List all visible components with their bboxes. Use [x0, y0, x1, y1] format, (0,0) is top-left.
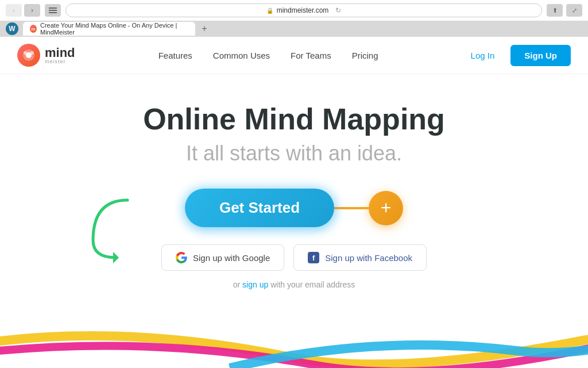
svg-rect-2 [49, 12, 57, 13]
nav-common-uses[interactable]: Common Uses [213, 51, 270, 60]
reload-icon[interactable]: ↻ [335, 6, 341, 14]
logo-main-text: mind [45, 47, 75, 59]
new-tab-button[interactable]: + [199, 23, 210, 34]
main-nav: mind meister Features Common Uses For Te… [0, 37, 588, 74]
google-icon [176, 252, 187, 263]
nav-features[interactable]: Features [158, 51, 192, 60]
cta-button-wrapper: Get Started [185, 189, 334, 227]
tab-favicon: m [30, 25, 37, 33]
signup-button[interactable]: Sign Up [510, 45, 571, 66]
logo-text: mind meister [45, 47, 75, 64]
nav-links: Features Common Uses For Teams Pricing [158, 51, 378, 60]
arrow-decoration [82, 194, 173, 266]
logo: mind meister [17, 44, 75, 67]
cta-plus-icon: + [369, 191, 403, 225]
logo-sub-text: meister [45, 59, 75, 64]
svg-rect-1 [49, 10, 57, 11]
browser-chrome: ‹ › 🔒 mindmeister.com ↻ ⬆ ⤢ W m Create Y… [0, 0, 588, 37]
facebook-signup-button[interactable]: f Sign up with Facebook [293, 244, 427, 271]
fullscreen-button[interactable]: ⤢ [566, 4, 582, 17]
share-button[interactable]: ⬆ [547, 4, 563, 17]
hero-title: Online Mind Mapping [143, 103, 445, 136]
address-bar[interactable]: 🔒 mindmeister.com ↻ [65, 3, 542, 17]
lock-icon: 🔒 [266, 7, 273, 14]
nav-actions: Log In Sign Up [462, 45, 571, 66]
get-started-button[interactable]: Get Started [185, 189, 334, 227]
nav-for-teams[interactable]: For Teams [291, 51, 331, 60]
cta-area: Get Started + [185, 189, 403, 227]
email-signup-link[interactable]: sign up [242, 280, 268, 289]
hero-subtitle: It all starts with an idea. [186, 141, 402, 166]
browser-action-buttons: ⬆ ⤢ [547, 4, 582, 17]
facebook-icon: f [308, 252, 319, 263]
nav-pricing[interactable]: Pricing [352, 51, 378, 60]
website-content: mind meister Features Common Uses For Te… [0, 37, 588, 368]
tab-title: Create Your Mind Maps Online - On Any De… [40, 22, 188, 36]
hero-section: Online Mind Mapping It all starts with a… [0, 74, 588, 289]
browser-toolbar: ‹ › 🔒 mindmeister.com ↻ ⬆ ⤢ [0, 0, 588, 21]
facebook-button-label: Sign up with Facebook [325, 253, 412, 263]
wordpress-icon: W [6, 22, 18, 35]
nav-buttons: ‹ › [6, 4, 40, 17]
email-signup-note: or sign up with your email address [233, 280, 355, 289]
svg-point-5 [24, 51, 27, 55]
url-text: mindmeister.com [277, 6, 329, 14]
login-button[interactable]: Log In [462, 46, 504, 65]
svg-marker-7 [113, 252, 119, 263]
sidebar-toggle[interactable] [45, 4, 61, 17]
active-tab[interactable]: m Create Your Mind Maps Online - On Any … [23, 22, 195, 36]
svg-rect-0 [49, 7, 57, 9]
forward-button[interactable]: › [24, 4, 40, 17]
back-button[interactable]: ‹ [6, 4, 22, 17]
google-button-label: Sign up with Google [193, 253, 270, 263]
tab-bar: W m Create Your Mind Maps Online - On An… [0, 21, 588, 37]
social-signup-buttons: Sign up with Google f Sign up with Faceb… [161, 244, 427, 271]
svg-point-6 [30, 51, 34, 55]
google-signup-button[interactable]: Sign up with Google [161, 244, 284, 271]
logo-icon [17, 44, 40, 67]
cta-connector [334, 207, 369, 209]
